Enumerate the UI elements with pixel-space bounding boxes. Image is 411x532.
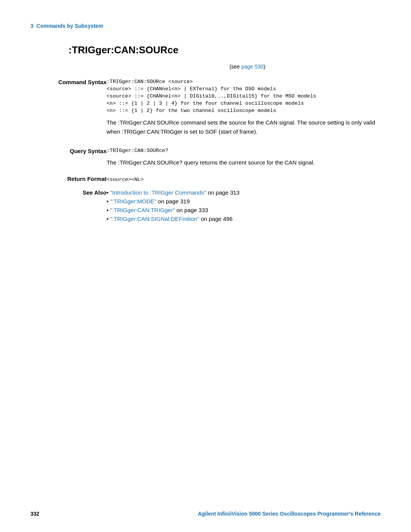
see-also-item-3: ":TRIGger:CAN:TRIGger" on page 333 <box>107 207 381 213</box>
query-syntax-label: Query Syntax <box>30 148 107 167</box>
see-page-link[interactable]: page 530 <box>241 64 263 70</box>
see-also-link-4[interactable]: ":TRIGger:CAN:SIGNal:DEFinition" <box>110 216 199 222</box>
footer: 332 Agilent InfiniiVision 5000 Series Os… <box>0 511 411 517</box>
command-syntax-line-5: <n> ::= {1 | 2} for the two channel osci… <box>107 108 381 113</box>
see-also-item-2: ":TRIGger:MODE" on page 319 <box>107 198 381 204</box>
chapter-number: 3 <box>30 23 33 29</box>
see-also-item-1: "Introduction to :TRIGger Commands" on p… <box>107 189 381 196</box>
query-syntax-description: The :TRIGger:CAN:SOURce? query returns t… <box>107 158 381 167</box>
command-syntax-line-4: <n> ::= {1 | 2 | 3 | 4} for the four cha… <box>107 101 381 106</box>
return-format-row: Return Format <source><NL> <box>30 174 381 182</box>
see-also-item-4: ":TRIGger:CAN:SIGNal:DEFinition" on page… <box>107 216 381 222</box>
see-also-link-1[interactable]: "Introduction to :TRIGger Commands" <box>110 189 206 196</box>
spacer-2 <box>30 167 381 174</box>
command-syntax-row: Command Syntax :TRIGger:CAN:SOURce <sour… <box>30 79 381 141</box>
query-syntax-row: Query Syntax :TRIGger:CAN:SOURce? The :T… <box>30 148 381 167</box>
command-title: :TRIGger:CAN:SOURce <box>68 44 381 56</box>
see-also-link-3[interactable]: ":TRIGger:CAN:TRIGger" <box>110 207 175 213</box>
footer-page-number: 332 <box>30 511 39 517</box>
query-syntax-content: :TRIGger:CAN:SOURce? The :TRIGger:CAN:SO… <box>107 148 381 167</box>
return-format-content: <source><NL> <box>107 174 381 182</box>
command-syntax-label: Command Syntax <box>30 79 107 141</box>
return-format-line: <source><NL> <box>107 177 143 182</box>
see-page: (see page 530) <box>114 64 381 70</box>
chapter-title: Commands by Subsystem <box>37 23 103 29</box>
page-container: 3 Commands by Subsystem :TRIGger:CAN:SOU… <box>0 0 411 532</box>
spacer-1 <box>30 141 381 148</box>
see-also-label: See Also <box>30 189 107 224</box>
query-syntax-line: :TRIGger:CAN:SOURce? <box>107 148 381 153</box>
command-syntax-line-3: <source> ::= {CHANnel<n> | DIGital0,..,D… <box>107 93 381 99</box>
footer-title: Agilent InfiniiVision 5000 Series Oscill… <box>198 511 381 517</box>
command-syntax-description: The :TRIGger:CAN:SOURce command sets the… <box>107 118 381 136</box>
see-also-link-2[interactable]: ":TRIGger:MODE" <box>110 198 156 204</box>
command-syntax-content: :TRIGger:CAN:SOURce <source> <source> ::… <box>107 79 381 141</box>
see-also-row: See Also "Introduction to :TRIGger Comma… <box>30 189 381 224</box>
command-syntax-line-2: <source> ::= {CHANnel<n> | EXTernal} for… <box>107 86 381 92</box>
content-table: Command Syntax :TRIGger:CAN:SOURce <sour… <box>30 79 381 224</box>
return-format-label: Return Format <box>30 174 107 182</box>
see-also-content: "Introduction to :TRIGger Commands" on p… <box>107 189 381 224</box>
command-syntax-line-1: :TRIGger:CAN:SOURce <source> <box>107 79 381 85</box>
chapter-header: 3 Commands by Subsystem <box>30 23 381 29</box>
see-also-list: "Introduction to :TRIGger Commands" on p… <box>107 189 381 222</box>
spacer-3 <box>30 182 381 189</box>
